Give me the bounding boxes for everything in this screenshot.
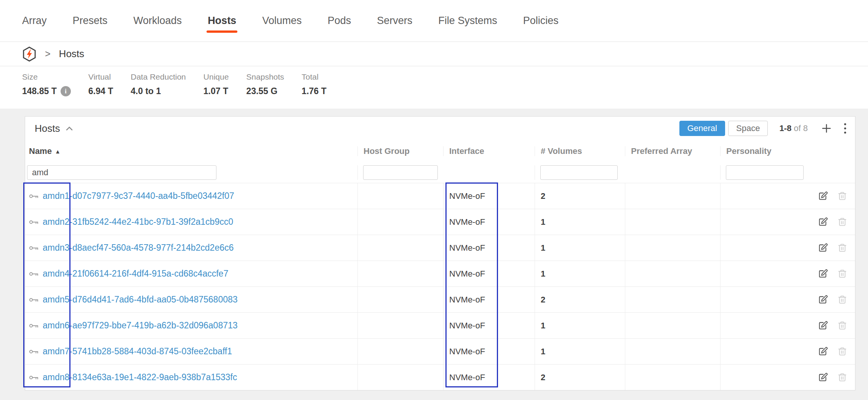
stat-total: Total 1.76 T [302, 72, 327, 109]
stat-label: Virtual [88, 72, 113, 82]
edit-host-icon[interactable] [818, 217, 828, 227]
personality-cell [720, 365, 812, 390]
column-header-interface[interactable]: Interface [443, 146, 535, 156]
pagination-range: 1-8 [779, 123, 791, 133]
breadcrumb: > Hosts [0, 42, 868, 66]
preferred-array-cell [625, 313, 720, 338]
hosts-panel-header: Hosts General Space 1-8 of 8 [25, 117, 855, 140]
pagination: 1-8 of 8 [779, 123, 808, 133]
edit-host-icon[interactable] [818, 372, 828, 382]
delete-host-icon[interactable] [838, 217, 847, 227]
edit-host-icon[interactable] [818, 346, 828, 357]
host-link[interactable]: amdn7-5741bb28-5884-403d-8745-03fee2cbaf… [43, 346, 232, 357]
column-header-name[interactable]: Name ▲ [25, 146, 357, 156]
name-filter-input[interactable] [27, 165, 216, 180]
column-header-preferred-array[interactable]: Preferred Array [625, 146, 720, 156]
nav-item-volumes[interactable]: Volumes [262, 15, 302, 27]
interface-cell: NVMe-oF [443, 339, 535, 364]
key-icon [29, 245, 39, 251]
personality-cell [720, 235, 812, 261]
delete-host-icon[interactable] [838, 243, 847, 253]
table-row: amdn6-ae97f729-bbe7-419b-a62b-32d096a087… [25, 312, 855, 338]
key-icon [29, 297, 39, 303]
delete-host-icon[interactable] [838, 320, 847, 331]
edit-host-icon[interactable] [818, 269, 828, 279]
host-group-cell [357, 261, 443, 286]
host-group-cell [357, 365, 443, 390]
more-options-icon[interactable] [844, 122, 847, 134]
volumes-filter-input[interactable] [540, 165, 618, 180]
nav-item-pods[interactable]: Pods [328, 15, 351, 27]
collapse-chevron-icon[interactable] [66, 126, 73, 131]
array-logo-icon[interactable] [22, 46, 37, 62]
sort-ascending-icon: ▲ [55, 148, 61, 155]
personality-cell [720, 313, 812, 338]
nav-item-servers[interactable]: Servers [377, 15, 412, 27]
panel-title: Hosts [35, 123, 60, 134]
nav-item-hosts[interactable]: Hosts [208, 15, 236, 27]
interface-cell: NVMe-oF [443, 313, 535, 338]
nav-item-policies[interactable]: Policies [523, 15, 559, 27]
preferred-array-cell [625, 287, 720, 312]
host-group-filter-input[interactable] [363, 165, 438, 180]
stat-snapshots: Snapshots 23.55 G [246, 72, 284, 109]
host-link[interactable]: amdn1-d07c7977-9c37-4440-aa4b-5fbe03442f… [43, 191, 234, 201]
nav-item-workloads[interactable]: Workloads [133, 15, 182, 27]
table-filter-row [25, 162, 855, 183]
delete-host-icon[interactable] [838, 191, 847, 201]
table-row: amdn5-d76d4d41-7ad6-4bfd-aa05-0b48756800… [25, 286, 855, 312]
stat-label: Snapshots [246, 72, 284, 82]
delete-host-icon[interactable] [838, 346, 847, 357]
volumes-cell: 2 [535, 183, 625, 209]
nav-item-file-systems[interactable]: File Systems [438, 15, 497, 27]
host-link[interactable]: amdn3-d8aecf47-560a-4578-977f-214b2cd2e6… [43, 243, 234, 253]
table-header-row: Name ▲ Host Group Interface # Volumes Pr… [25, 140, 855, 162]
host-link[interactable]: amdn4-21f06614-216f-4df4-915a-cd68c4accf… [43, 269, 228, 279]
preferred-array-cell [625, 365, 720, 390]
host-link[interactable]: amdn6-ae97f729-bbe7-419b-a62b-32d096a087… [43, 320, 238, 331]
personality-cell [720, 339, 812, 364]
personality-cell [720, 261, 812, 286]
column-header-personality[interactable]: Personality [720, 146, 812, 156]
capacity-stats: Size 148.85 T Virtual 6.94 T Data Reduct… [0, 66, 868, 109]
interface-cell: NVMe-oF [443, 287, 535, 312]
host-link[interactable]: amdn8-8134e63a-19e1-4822-9aeb-938b7a1533… [43, 372, 237, 382]
volumes-cell: 1 [535, 235, 625, 261]
view-space-button[interactable]: Space [728, 121, 768, 136]
add-host-icon[interactable] [821, 123, 832, 134]
table-row: amdn3-d8aecf47-560a-4578-977f-214b2cd2e6… [25, 235, 855, 261]
edit-host-icon[interactable] [818, 191, 828, 201]
stat-label: Total [302, 72, 327, 82]
edit-host-icon[interactable] [818, 294, 828, 305]
view-general-button[interactable]: General [679, 121, 725, 136]
key-icon [29, 219, 39, 225]
table-row: amdn4-21f06614-216f-4df4-915a-cd68c4accf… [25, 261, 855, 286]
edit-host-icon[interactable] [818, 243, 828, 253]
stat-label: Size [22, 72, 71, 82]
column-header-host-group[interactable]: Host Group [357, 146, 443, 156]
edit-host-icon[interactable] [818, 320, 828, 331]
stat-size: Size 148.85 T [22, 72, 71, 109]
personality-cell [720, 287, 812, 312]
delete-host-icon[interactable] [838, 372, 847, 382]
table-row: amdn1-d07c7977-9c37-4440-aa4b-5fbe03442f… [25, 183, 855, 209]
host-link[interactable]: amdn5-d76d4d41-7ad6-4bfd-aa05-0b48756800… [43, 294, 238, 305]
nav-item-array[interactable]: Array [22, 15, 47, 27]
volumes-cell: 1 [535, 209, 625, 235]
stat-value: 6.94 T [88, 86, 113, 96]
host-group-cell [357, 183, 443, 209]
delete-host-icon[interactable] [838, 269, 847, 279]
preferred-array-cell [625, 235, 720, 261]
host-link[interactable]: amdn2-31fb5242-44e2-41bc-97b1-39f2a1cb9c… [43, 217, 233, 227]
key-icon [29, 349, 39, 355]
column-header-volumes[interactable]: # Volumes [535, 146, 625, 156]
info-icon[interactable] [61, 86, 71, 96]
nav-item-presets[interactable]: Presets [73, 15, 108, 27]
host-group-cell [357, 235, 443, 261]
preferred-array-cell [625, 209, 720, 235]
interface-cell: NVMe-oF [443, 261, 535, 286]
interface-cell: NVMe-oF [443, 209, 535, 235]
delete-host-icon[interactable] [838, 294, 847, 305]
volumes-cell: 1 [535, 313, 625, 338]
personality-filter-input[interactable] [726, 165, 804, 180]
